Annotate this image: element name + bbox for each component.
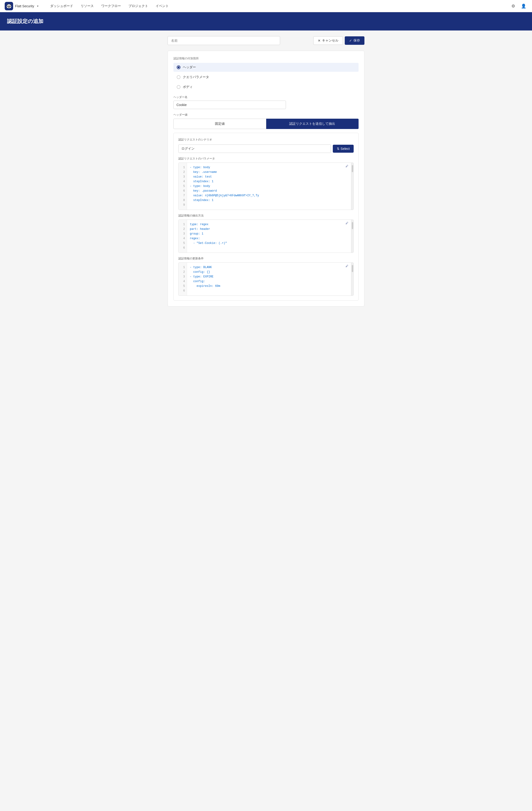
- extract-editor[interactable]: 🖊 123456 type: regex part: header group:…: [178, 219, 354, 253]
- refresh-toolbar: 🖊: [344, 264, 350, 268]
- header-value-tabs: 固定値 認証リクエストを送信して抽出: [173, 119, 359, 129]
- params-label: 認証リクエストのパラメータ: [178, 157, 354, 160]
- save-button[interactable]: ✓ 保存: [345, 36, 364, 45]
- refresh-code: - type: BLANK config: {} - type: EXPIRE …: [187, 263, 354, 295]
- header-value-label: ヘッダー値: [173, 113, 359, 117]
- header-name-input[interactable]: [173, 101, 286, 109]
- extract-edit-btn[interactable]: 🖊: [344, 221, 350, 225]
- save-check-icon: ✓: [349, 39, 352, 43]
- nav-resources[interactable]: リソース: [77, 3, 97, 10]
- params-scrollbar[interactable]: [351, 163, 354, 210]
- params-edit-btn[interactable]: 🖊: [344, 164, 350, 168]
- scenario-title: 認証リクエストのシナリオ: [178, 138, 354, 142]
- extract-label: 認証情報の抽出方法: [178, 214, 354, 218]
- params-toolbar: 🖊: [344, 164, 350, 168]
- extract-line-numbers: 123456: [178, 220, 187, 253]
- header-name-group: ヘッダー名: [173, 95, 359, 109]
- scenario-row: ⇅ Select: [178, 144, 354, 153]
- name-input[interactable]: [168, 36, 280, 45]
- radio-header-circle: [177, 65, 181, 69]
- auth-request-section: 認証リクエストのシナリオ ⇅ Select 認証リクエストのパラメータ 🖊: [173, 133, 359, 301]
- refresh-editor[interactable]: 🖊 123456 - type: BLANK config: {} - type…: [178, 262, 354, 296]
- nav-dashboard[interactable]: ダッシュボード: [47, 3, 76, 10]
- radio-body-circle: [177, 85, 181, 89]
- top-bar: ✕ キャンセル ✓ 保存: [168, 36, 364, 45]
- header-value-group: ヘッダー値 固定値 認証リクエストを送信して抽出: [173, 113, 359, 129]
- refresh-scrollbar[interactable]: [351, 263, 354, 295]
- header-name-label: ヘッダー名: [173, 95, 359, 99]
- refresh-label: 認証情報の更新条件: [178, 257, 354, 261]
- cancel-button[interactable]: ✕ キャンセル: [313, 36, 343, 45]
- page-header: 認証設定の追加: [0, 12, 532, 30]
- refresh-scroll-thumb: [352, 265, 353, 272]
- page-title: 認証設定の追加: [7, 18, 525, 25]
- main-content: ✕ キャンセル ✓ 保存 認証情報の付加箇所 ヘッダー クエリパラメータ ボディ…: [160, 30, 372, 316]
- params-line-numbers: 1234 56789: [178, 163, 187, 210]
- user-icon[interactable]: 👤: [520, 2, 527, 10]
- extract-code: type: regex part: header group: 1 regex:…: [187, 220, 354, 253]
- brand-logo: 🐼: [5, 2, 13, 10]
- extract-scrollbar[interactable]: [351, 220, 354, 253]
- extract-scroll-thumb: [352, 222, 353, 229]
- navbar-actions: ⚙ 👤: [510, 2, 527, 10]
- radio-query[interactable]: クエリパラメータ: [173, 73, 359, 82]
- nav-project[interactable]: プロジェクト: [125, 3, 152, 10]
- refresh-line-numbers: 123456: [178, 263, 187, 295]
- navbar: 🐼 Flatt Security ▾ ダッシュボード リソース ワークフロー プ…: [0, 0, 532, 12]
- brand-name: Flatt Security: [15, 4, 34, 8]
- radio-query-circle: [177, 75, 181, 79]
- refresh-block: 認証情報の更新条件 🖊 123456 - type: BLANK config:…: [178, 257, 354, 296]
- tab-extract[interactable]: 認証リクエストを送信して抽出: [266, 119, 359, 129]
- auth-location-card: 認証情報の付加箇所 ヘッダー クエリパラメータ ボディ ヘッダー名 ヘッダー値 …: [168, 51, 364, 307]
- radio-body-label: ボディ: [183, 85, 193, 89]
- cancel-label: キャンセル: [322, 39, 339, 43]
- cancel-x-icon: ✕: [318, 39, 320, 43]
- save-label: 保存: [354, 39, 360, 43]
- radio-body[interactable]: ボディ: [173, 82, 359, 91]
- refresh-edit-btn[interactable]: 🖊: [344, 264, 350, 268]
- scenario-input[interactable]: [178, 144, 331, 153]
- params-code: - type: body key: .username value: test …: [187, 163, 354, 210]
- nav-event[interactable]: イベント: [152, 3, 172, 10]
- auth-location-label: 認証情報の付加箇所: [173, 57, 359, 61]
- radio-header-label: ヘッダー: [183, 65, 196, 70]
- top-bar-actions: ✕ キャンセル ✓ 保存: [313, 36, 364, 45]
- tab-fixed-value[interactable]: 固定値: [173, 119, 266, 129]
- refresh-editor-inner: 123456 - type: BLANK config: {} - type: …: [178, 263, 354, 295]
- extract-block: 認証情報の抽出方法 🖊 123456 type: regex part: hea…: [178, 214, 354, 253]
- params-block: 認証リクエストのパラメータ 🖊 1234 56789 - type: body …: [178, 157, 354, 210]
- brand-chevron-icon: ▾: [37, 4, 38, 8]
- radio-query-label: クエリパラメータ: [183, 75, 209, 79]
- radio-header[interactable]: ヘッダー: [173, 63, 359, 72]
- params-editor[interactable]: 🖊 1234 56789 - type: body key: .username…: [178, 163, 354, 210]
- settings-icon[interactable]: ⚙: [510, 2, 517, 10]
- select-button[interactable]: ⇅ Select: [333, 145, 354, 153]
- extract-toolbar: 🖊: [344, 221, 350, 225]
- params-scroll-thumb: [352, 165, 353, 172]
- navbar-brand[interactable]: 🐼 Flatt Security ▾: [5, 2, 42, 10]
- select-label: Select: [341, 147, 350, 151]
- navbar-nav: ダッシュボード リソース ワークフロー プロジェクト イベント: [47, 3, 510, 10]
- params-editor-inner: 1234 56789 - type: body key: .username v…: [178, 163, 354, 210]
- select-chevron-icon: ⇅: [337, 147, 340, 151]
- nav-workflow[interactable]: ワークフロー: [98, 3, 124, 10]
- extract-editor-inner: 123456 type: regex part: header group: 1…: [178, 220, 354, 253]
